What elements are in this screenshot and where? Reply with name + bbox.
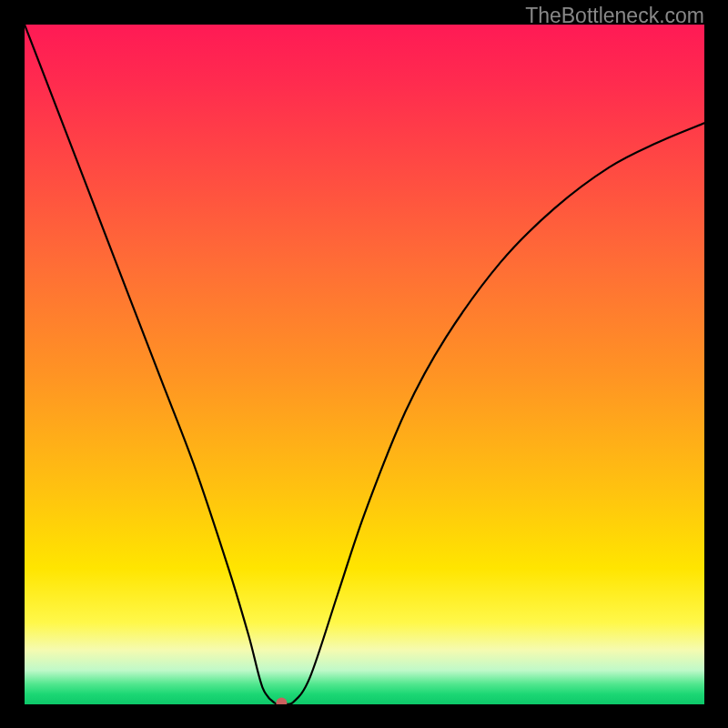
chart-frame: TheBottleneck.com [0, 0, 728, 728]
optimum-marker [276, 698, 287, 705]
curve-svg [25, 25, 704, 704]
bottleneck-curve [25, 25, 704, 704]
plot-area [25, 25, 704, 704]
